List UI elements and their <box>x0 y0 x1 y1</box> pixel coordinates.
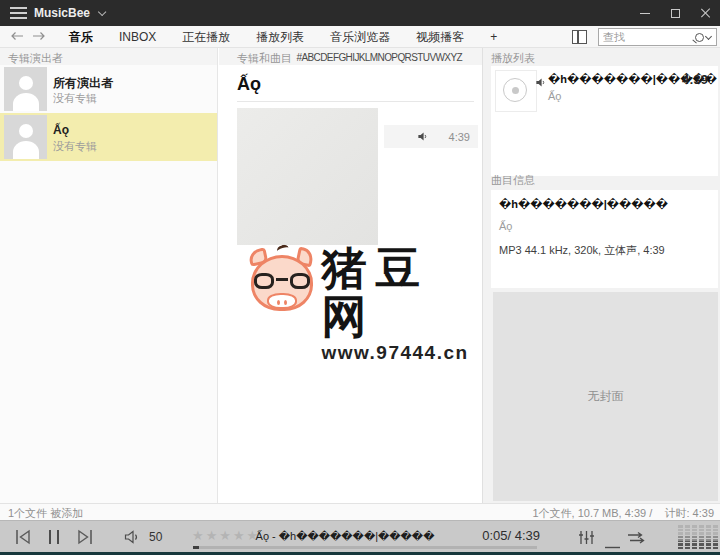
artist-item-selected[interactable]: Ấǫ 没有专辑 <box>0 113 217 161</box>
playlist-header: 播放列表 <box>483 48 720 65</box>
playlist-track-artist: Ấǫ <box>548 90 561 102</box>
close-button[interactable] <box>690 0 720 26</box>
previous-icon <box>14 529 32 545</box>
speaker-icon <box>535 77 546 88</box>
pause-icon <box>47 529 61 545</box>
disc-icon <box>495 70 537 112</box>
tab-now-playing[interactable]: 正在播放 <box>169 26 243 48</box>
chevron-down-icon <box>98 8 106 16</box>
track-info-card: �h�������|����� Ấǫ MP3 44.1 kHz, 320k, 立… <box>491 190 718 288</box>
tab-inbox[interactable]: INBOX <box>106 26 169 48</box>
pause-button[interactable] <box>47 529 61 549</box>
now-playing-text: Ấǫ - �h�������|����� <box>230 530 460 543</box>
player-bar: 50 ★★★★★ Ấǫ - �h�������|����� 0:05/ 4:39 <box>0 520 720 552</box>
close-icon <box>700 8 710 18</box>
tab-music[interactable]: 音乐 <box>56 26 106 48</box>
forward-button[interactable] <box>30 28 48 46</box>
search-input[interactable] <box>599 31 695 43</box>
app-title-label: MusicBee <box>34 6 90 20</box>
person-icon <box>19 124 33 138</box>
tab-playlists[interactable]: 播放列表 <box>243 26 317 48</box>
track-info-artist: Ấǫ <box>499 220 710 232</box>
playback-time: 0:05/ 4:39 <box>450 528 540 543</box>
progress-bar[interactable] <box>193 546 537 549</box>
collapse-player-button[interactable] <box>605 535 620 553</box>
back-button[interactable] <box>8 28 26 46</box>
tab-strip: 音乐 INBOX 正在播放 播放列表 音乐浏览器 视频播客 + <box>56 26 510 48</box>
track-info-title: �h�������|����� <box>499 198 710 211</box>
volume-icon <box>124 530 140 544</box>
no-cover-placeholder: 无封面 <box>493 292 718 501</box>
musicbee-window: MusicBee 音乐 INBOX 正在播放 播放列表 音乐浏览器 视频播客 + <box>0 0 720 555</box>
volume-level: 50 <box>149 530 162 544</box>
album-artist-panel: 专辑演出者 所有演出者 没有专辑 Ấǫ 没有专辑 <box>0 48 218 503</box>
next-button[interactable] <box>76 529 94 549</box>
no-cover-label: 无封面 <box>588 388 624 405</box>
artist-item-all[interactable]: 所有演出者 没有专辑 <box>0 65 217 113</box>
status-left-text: 1个文件 被添加 <box>8 506 83 521</box>
tab-music-explorer[interactable]: 音乐浏览器 <box>317 26 403 48</box>
next-icon <box>76 529 94 545</box>
artist-name: Ấǫ <box>53 123 69 137</box>
shuffle-button[interactable] <box>627 530 645 548</box>
equalizer-button[interactable] <box>578 530 595 548</box>
hamburger-menu-icon[interactable] <box>10 7 27 19</box>
artist-subtitle: 没有专辑 <box>53 91 97 106</box>
panel-layout-button[interactable] <box>572 30 587 44</box>
spectrum-visualizer[interactable] <box>678 525 718 550</box>
status-right-text: 1个文件, 10.7 MB, 4:39 / 计时: 4:39 <box>532 506 714 521</box>
pig-logo-icon <box>249 249 314 313</box>
minimize-button[interactable] <box>630 0 660 26</box>
track-info-header: 曲目信息 <box>483 170 720 187</box>
speaker-icon <box>417 131 428 142</box>
watermark-site-name: 猪豆网 <box>321 245 482 341</box>
watermark: 猪豆网 www.97444.cn <box>249 245 482 364</box>
previous-button[interactable] <box>14 529 32 549</box>
alphabet-jump-bar[interactable]: #ABCDEFGHIJKLMNOPQRSTUVWXYZ <box>297 52 463 63</box>
search-icon[interactable] <box>695 33 704 42</box>
album-art-placeholder[interactable] <box>237 108 378 245</box>
equalizer-icon <box>578 531 595 544</box>
main-content: 专辑演出者 所有演出者 没有专辑 Ấǫ 没有专辑 专辑和曲目 #ABCDEFGH… <box>0 48 720 503</box>
track-duration: 4:39 <box>449 131 470 143</box>
search-box <box>598 28 717 46</box>
playlist-track-duration: 4:39 <box>682 72 708 87</box>
watermark-site-url: www.97444.cn <box>321 342 482 364</box>
artist-heading: Ấǫ <box>237 74 261 95</box>
shuffle-icon <box>627 531 645 544</box>
back-arrow-icon <box>10 31 24 41</box>
maximize-icon <box>671 9 680 18</box>
volume-button[interactable] <box>124 530 140 548</box>
playlist-list: �h�������|����� Ấǫ 4:39 <box>491 66 718 176</box>
status-bar: 1个文件 被添加 1个文件, 10.7 MB, 4:39 / 计时: 4:39 <box>0 503 720 520</box>
progress-fill <box>193 546 199 549</box>
title-bar: MusicBee <box>0 0 720 26</box>
albums-tracks-header: 专辑和曲目 <box>237 51 292 66</box>
artist-subtitle: 没有专辑 <box>53 139 97 154</box>
forward-arrow-icon <box>32 31 46 41</box>
artist-avatar <box>4 67 47 111</box>
minimize-icon <box>640 13 650 14</box>
tab-bar: 音乐 INBOX 正在播放 播放列表 音乐浏览器 视频播客 + <box>0 26 720 48</box>
album-artist-header: 专辑演出者 <box>0 48 217 65</box>
tab-add[interactable]: + <box>477 26 510 48</box>
playing-panel: 播放列表 �h�������|����� Ấǫ 4:39 曲目信息 �h����… <box>482 48 720 503</box>
dash-icon <box>605 546 620 549</box>
maximize-button[interactable] <box>660 0 690 26</box>
panel-layout-icon <box>577 31 579 43</box>
artist-avatar <box>4 115 47 159</box>
track-row[interactable]: 4:39 <box>384 125 478 148</box>
search-options-chevron-icon[interactable] <box>705 32 712 39</box>
app-title-menu[interactable]: MusicBee <box>34 0 103 26</box>
person-icon <box>19 76 33 90</box>
albums-tracks-panel: 专辑和曲目 #ABCDEFGHIJKLMNOPQRSTUVWXYZ Ấǫ 4:3… <box>219 48 482 503</box>
heading-divider <box>237 101 474 102</box>
track-info-format: MP3 44.1 kHz, 320k, 立体声, 4:39 <box>499 243 710 258</box>
tab-video-podcast[interactable]: 视频播客 <box>403 26 477 48</box>
artist-name: 所有演出者 <box>53 75 113 92</box>
